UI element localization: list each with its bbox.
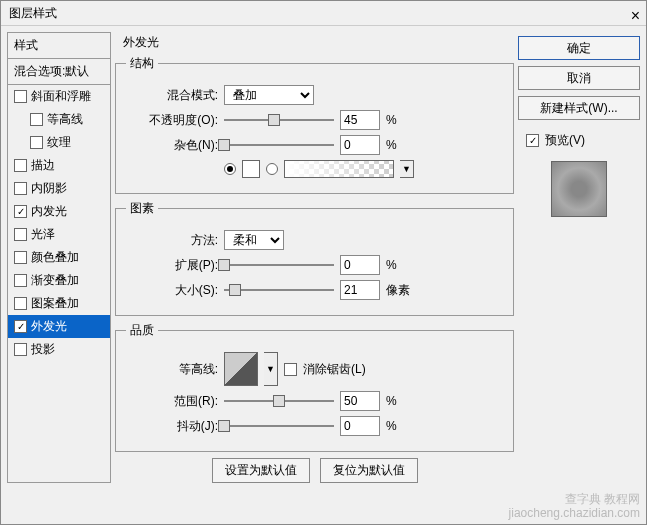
set-default-button[interactable]: 设置为默认值 xyxy=(212,458,310,483)
blend-default[interactable]: 混合选项:默认 xyxy=(8,59,110,85)
styles-header: 样式 xyxy=(8,33,110,59)
watermark: 查字典 教程网 jiaocheng.chazidian.com xyxy=(509,492,640,520)
opacity-input[interactable]: 45 xyxy=(340,110,380,130)
style-label: 外发光 xyxy=(31,318,67,335)
style-label: 光泽 xyxy=(31,226,55,243)
style-label: 斜面和浮雕 xyxy=(31,88,91,105)
blend-mode-label: 混合模式: xyxy=(126,87,218,104)
contour-label: 等高线: xyxy=(126,361,218,378)
style-item[interactable]: 图案叠加 xyxy=(8,292,110,315)
style-checkbox[interactable] xyxy=(14,251,27,264)
style-label: 内发光 xyxy=(31,203,67,220)
opacity-unit: % xyxy=(386,113,412,127)
panel-title: 外发光 xyxy=(123,34,514,51)
antialias-label: 消除锯齿(L) xyxy=(303,361,366,378)
style-label: 颜色叠加 xyxy=(31,249,79,266)
style-item[interactable]: 内阴影 xyxy=(8,177,110,200)
style-item[interactable]: 纹理 xyxy=(8,131,110,154)
range-label: 范围(R): xyxy=(126,393,218,410)
contour-picker[interactable] xyxy=(224,352,258,386)
elements-group: 图素 方法: 柔和 扩展(P): 0 % 大小(S): 21 像素 xyxy=(115,200,514,316)
color-radio[interactable] xyxy=(224,163,236,175)
style-label: 投影 xyxy=(31,341,55,358)
style-checkbox[interactable] xyxy=(30,136,43,149)
jitter-slider[interactable] xyxy=(224,418,334,434)
opacity-slider[interactable] xyxy=(224,112,334,128)
contour-dropdown-icon[interactable]: ▼ xyxy=(264,352,278,386)
style-checkbox[interactable] xyxy=(30,113,43,126)
gradient-swatch[interactable] xyxy=(284,160,394,178)
style-item[interactable]: 外发光 xyxy=(8,315,110,338)
style-label: 描边 xyxy=(31,157,55,174)
spread-unit: % xyxy=(386,258,412,272)
structure-legend: 结构 xyxy=(126,55,158,72)
spread-slider[interactable] xyxy=(224,257,334,273)
new-style-button[interactable]: 新建样式(W)... xyxy=(518,96,640,120)
style-item[interactable]: 内发光 xyxy=(8,200,110,223)
method-select[interactable]: 柔和 xyxy=(224,230,284,250)
style-label: 纹理 xyxy=(47,134,71,151)
style-checkbox[interactable] xyxy=(14,320,27,333)
style-label: 渐变叠加 xyxy=(31,272,79,289)
quality-legend: 品质 xyxy=(126,322,158,339)
size-unit: 像素 xyxy=(386,282,412,299)
elements-legend: 图素 xyxy=(126,200,158,217)
size-input[interactable]: 21 xyxy=(340,280,380,300)
size-label: 大小(S): xyxy=(126,282,218,299)
noise-input[interactable]: 0 xyxy=(340,135,380,155)
noise-unit: % xyxy=(386,138,412,152)
style-checkbox[interactable] xyxy=(14,205,27,218)
dialog-title: 图层样式 xyxy=(9,6,57,20)
style-item[interactable]: 等高线 xyxy=(8,108,110,131)
style-checkbox[interactable] xyxy=(14,182,27,195)
antialias-checkbox[interactable] xyxy=(284,363,297,376)
style-item[interactable]: 斜面和浮雕 xyxy=(8,85,110,108)
style-item[interactable]: 光泽 xyxy=(8,223,110,246)
jitter-unit: % xyxy=(386,419,412,433)
style-checkbox[interactable] xyxy=(14,159,27,172)
style-checkbox[interactable] xyxy=(14,274,27,287)
spread-input[interactable]: 0 xyxy=(340,255,380,275)
preview-thumbnail xyxy=(551,161,607,217)
jitter-label: 抖动(J): xyxy=(126,418,218,435)
size-slider[interactable] xyxy=(224,282,334,298)
style-item[interactable]: 投影 xyxy=(8,338,110,361)
style-checkbox[interactable] xyxy=(14,297,27,310)
method-label: 方法: xyxy=(126,232,218,249)
style-item[interactable]: 描边 xyxy=(8,154,110,177)
blend-mode-select[interactable]: 叠加 xyxy=(224,85,314,105)
structure-group: 结构 混合模式: 叠加 不透明度(O): 45 % 杂色(N): 0 % xyxy=(115,55,514,194)
style-label: 内阴影 xyxy=(31,180,67,197)
opacity-label: 不透明度(O): xyxy=(126,112,218,129)
style-checkbox[interactable] xyxy=(14,343,27,356)
spread-label: 扩展(P): xyxy=(126,257,218,274)
close-icon[interactable]: × xyxy=(631,3,640,28)
style-label: 图案叠加 xyxy=(31,295,79,312)
ok-button[interactable]: 确定 xyxy=(518,36,640,60)
jitter-input[interactable]: 0 xyxy=(340,416,380,436)
reset-default-button[interactable]: 复位为默认值 xyxy=(320,458,418,483)
noise-slider[interactable] xyxy=(224,137,334,153)
noise-label: 杂色(N): xyxy=(126,137,218,154)
gradient-dropdown-icon[interactable]: ▼ xyxy=(400,160,414,178)
styles-list: 样式 混合选项:默认 斜面和浮雕等高线纹理描边内阴影内发光光泽颜色叠加渐变叠加图… xyxy=(7,32,111,483)
style-label: 等高线 xyxy=(47,111,83,128)
range-unit: % xyxy=(386,394,412,408)
color-swatch[interactable] xyxy=(242,160,260,178)
preview-label: 预览(V) xyxy=(545,132,585,149)
style-item[interactable]: 渐变叠加 xyxy=(8,269,110,292)
gradient-radio[interactable] xyxy=(266,163,278,175)
range-slider[interactable] xyxy=(224,393,334,409)
style-checkbox[interactable] xyxy=(14,90,27,103)
range-input[interactable]: 50 xyxy=(340,391,380,411)
quality-group: 品质 等高线: ▼ 消除锯齿(L) 范围(R): 50 % 抖动(J): 0 % xyxy=(115,322,514,452)
cancel-button[interactable]: 取消 xyxy=(518,66,640,90)
style-checkbox[interactable] xyxy=(14,228,27,241)
preview-checkbox[interactable] xyxy=(526,134,539,147)
style-item[interactable]: 颜色叠加 xyxy=(8,246,110,269)
